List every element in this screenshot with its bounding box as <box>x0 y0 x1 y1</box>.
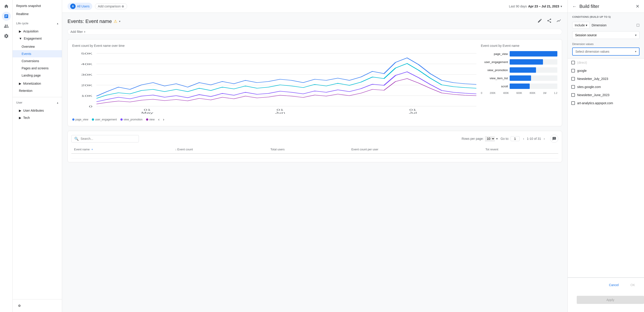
dim-values-dropdown-btn[interactable]: Select dimension values ▾ <box>572 48 640 56</box>
feedback-icon-btn[interactable] <box>550 135 558 143</box>
monetization-label: Monetization <box>23 82 41 85</box>
sidebar-item-retention[interactable]: Retention <box>12 87 62 94</box>
sidebar-item-engagement[interactable]: ▼ Engagement <box>12 35 62 42</box>
add-col-icon[interactable]: + <box>91 148 93 151</box>
svg-text:30K: 30K <box>81 73 93 76</box>
sidebar-item-landing-page[interactable]: Landing page <box>12 72 62 79</box>
add-comparison-button[interactable]: Add comparison ⊕ <box>95 3 127 9</box>
dropdown-item-newsletter-june[interactable]: Newsletter_June_2023 <box>568 91 644 99</box>
legend-prev-btn[interactable]: ‹ <box>158 118 159 122</box>
cancel-btn[interactable]: Cancel <box>604 281 623 288</box>
sidebar-item-reports-snapshot[interactable]: Reports snapshot <box>12 2 62 10</box>
sidebar-item-tech[interactable]: ▶ Tech <box>12 114 62 121</box>
search-icon: 🔍 <box>74 137 79 141</box>
table-header-row: Event name + ↓ Event count Total users E… <box>71 145 558 154</box>
filter-back-btn[interactable]: ← <box>572 4 577 9</box>
search-input[interactable] <box>80 137 136 140</box>
audience-icon-btn[interactable] <box>2 22 11 31</box>
dropdown-label-newsletter-june: Newsletter_June_2023 <box>577 93 609 97</box>
line-chart-legend: page_view user_engagement view_promotion… <box>72 118 476 122</box>
legend-view-promotion[interactable]: view_promotion <box>120 118 142 121</box>
sidebar-item-realtime[interactable]: Realtime <box>12 10 62 18</box>
col-event-name-label: Event name <box>74 148 90 151</box>
configure-icon-btn[interactable] <box>2 32 11 41</box>
apply-btn[interactable]: Apply <box>577 296 644 304</box>
legend-label-user-engagement: user_engagement <box>95 118 117 121</box>
filter-panel-header: ← Build filter ✕ <box>568 0 644 13</box>
lifecycle-label: Life cycle <box>16 22 28 25</box>
dimension-values-dropdown: (direct) google Newsletter_July_2023 sit… <box>568 59 644 277</box>
rows-per-page-control: Rows per page: 10 25 50 ▾ <box>462 136 498 141</box>
filter-panel-title: Build filter <box>580 4 633 9</box>
cell-event-count <box>172 154 268 158</box>
share-icon[interactable] <box>546 17 553 25</box>
legend-next-btn[interactable]: › <box>163 118 164 122</box>
next-page-btn[interactable]: › <box>543 136 546 141</box>
col-event-count[interactable]: ↓ Event count <box>172 145 268 154</box>
trend-icon[interactable] <box>555 17 562 25</box>
top-nav-section: Reports snapshot Realtime <box>12 0 62 20</box>
include-dropdown-btn[interactable]: Include ▾ <box>572 22 590 29</box>
dropdown-item-direct[interactable]: (direct) <box>568 59 644 67</box>
checkbox-google[interactable] <box>571 69 575 73</box>
sidebar-item-monetization[interactable]: ▶ Monetization <box>12 80 62 87</box>
pagination-label: 1-10 of 31 <box>527 137 541 140</box>
sidebar-item-events[interactable]: Events <box>12 50 62 57</box>
dropdown-item-art-analytics[interactable]: art-analytics.appspot.com <box>568 99 644 107</box>
home-icon-btn[interactable] <box>2 2 11 11</box>
bar-chart-x-axis: 0 200K 400K 600K 800K 1M 1.2 <box>481 92 557 94</box>
date-range-selector[interactable]: Last 90 days Apr 23 – Jul 21, 2023 ▾ <box>509 5 562 8</box>
all-users-label: All Users <box>77 5 90 8</box>
legend-page-view[interactable]: page_view <box>72 118 88 121</box>
dropdown-item-google[interactable]: google <box>568 67 644 75</box>
bar-label-page-view: page_view <box>481 52 508 56</box>
session-source-select[interactable]: Session source <box>575 33 636 37</box>
bar-row-view-promotion: view_promotion <box>481 67 557 73</box>
rows-per-page-select[interactable]: 10 25 50 <box>485 136 495 141</box>
checkbox-sites-google[interactable] <box>571 85 575 89</box>
col-event-name[interactable]: Event name + <box>71 145 172 154</box>
settings-button[interactable]: ⚙ <box>16 302 58 309</box>
checkbox-art-analytics[interactable] <box>571 101 575 105</box>
prev-page-btn[interactable]: ‹ <box>522 136 525 141</box>
bar-chart-title: Event count by Event name <box>481 44 557 48</box>
page-title-dropdown-icon[interactable]: ▾ <box>119 20 120 23</box>
sidebar-item-pages-screens[interactable]: Pages and screens <box>12 65 62 72</box>
legend-user-engagement[interactable]: user_engagement <box>92 118 117 121</box>
delete-condition-icon[interactable]: ☐ <box>636 23 640 28</box>
checkbox-newsletter-june[interactable] <box>571 93 575 97</box>
x-label-0: 0 <box>481 92 482 94</box>
acquisition-label: Acquisition <box>23 30 38 33</box>
svg-text:50K: 50K <box>81 52 93 55</box>
session-source-select-wrapper[interactable]: Session source <box>572 31 640 39</box>
goto-input[interactable] <box>510 136 520 141</box>
col-tot-revent[interactable]: Tot revent <box>483 145 558 154</box>
analytics-icon-btn[interactable] <box>2 12 11 21</box>
dropdown-item-newsletter-july[interactable]: Newsletter_July_2023 <box>568 75 644 83</box>
conditions-label: CONDITIONS (BUILD UP TO 5) <box>572 16 640 18</box>
col-event-count-label: Event count <box>177 148 193 151</box>
bar-row-view-item-list: view_item_list <box>481 75 557 81</box>
add-filter-button[interactable]: Add filter + <box>68 29 562 35</box>
bar-track-view-promotion <box>510 67 557 73</box>
search-box[interactable]: 🔍 <box>71 135 139 143</box>
dimension-label: Dimension <box>592 24 634 27</box>
checkbox-newsletter-july[interactable] <box>571 77 575 81</box>
user-section-header[interactable]: User ▴ <box>12 99 62 106</box>
sidebar-item-user-attributes[interactable]: ▶ User Attributes <box>12 107 62 114</box>
legend-view[interactable]: view <box>146 118 154 121</box>
ok-btn[interactable]: OK <box>626 281 640 288</box>
col-event-count-per-user[interactable]: Event count per user <box>348 145 483 154</box>
sidebar-item-overview[interactable]: Overview <box>12 43 62 50</box>
sidebar-item-conversions[interactable]: Conversions <box>12 57 62 65</box>
edit-report-icon[interactable] <box>536 17 543 25</box>
include-chevron-icon: ▾ <box>586 24 587 27</box>
legend-label-page-view: page_view <box>76 118 88 121</box>
dropdown-item-sites-google[interactable]: sites.google.com <box>568 83 644 91</box>
sidebar-item-acquisition[interactable]: ▶ Acquisition <box>12 28 62 35</box>
all-users-badge[interactable]: A All Users <box>68 3 92 10</box>
lifecycle-section-header[interactable]: Life cycle ▴ <box>12 20 62 27</box>
col-total-users[interactable]: Total users <box>268 145 349 154</box>
filter-close-btn[interactable]: ✕ <box>636 4 640 9</box>
checkbox-direct[interactable] <box>571 61 575 64</box>
